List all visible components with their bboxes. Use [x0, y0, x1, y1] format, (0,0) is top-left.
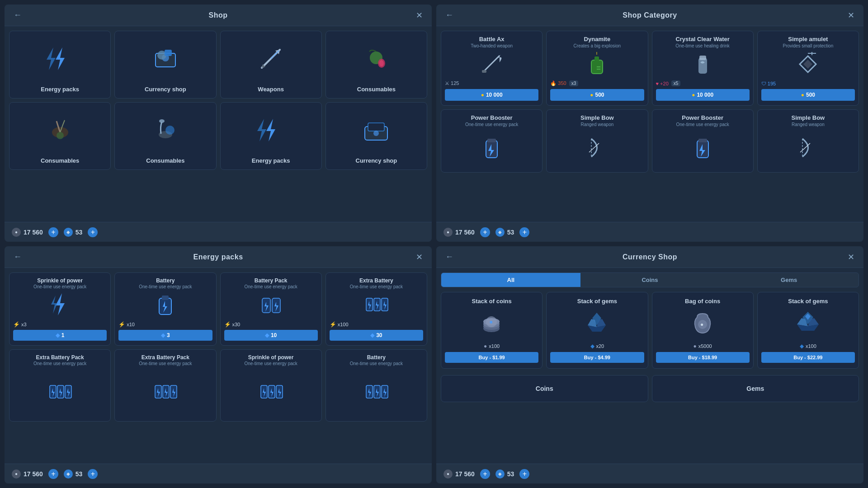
buy-button-1[interactable]: ● 500 [550, 89, 644, 101]
shop-close-button[interactable]: ✕ [412, 9, 426, 22]
energy-packs-close-button[interactable]: ✕ [412, 250, 426, 264]
shop-item-weapons[interactable]: Weapons [220, 31, 322, 99]
shop-item-currency-shop2[interactable]: Currency shop [326, 102, 427, 170]
energy-item-5[interactable]: Extra Battery Pack One-time use energy p… [114, 349, 216, 422]
shop-category-back-button[interactable]: ← [442, 9, 457, 22]
category-item-icon-5 [585, 130, 609, 165]
currency-buy-button-2[interactable]: Buy - $18.99 [656, 352, 750, 363]
category-item-3[interactable]: Simple amulet Provides small protection … [757, 31, 859, 106]
buy-button-2[interactable]: ● 10 000 [656, 89, 750, 101]
energy-packs-header: ← Energy packs ✕ [5, 246, 432, 268]
tab-all[interactable]: All [441, 273, 580, 287]
category-item-0[interactable]: Battle Ax Two-handed weapon ⚔ 125 ● 10 0… [441, 31, 542, 106]
energy-item-1[interactable]: Battery One-time use energy pack ⚡ x10 ◆… [114, 272, 216, 346]
svg-rect-32 [699, 56, 706, 60]
category-item-title-4: Power Booster [471, 114, 513, 121]
svg-rect-24 [482, 70, 486, 73]
currency-item-1[interactable]: Stack of gems ◆ x20 Buy - $4.99 [546, 292, 648, 369]
currency-item-3[interactable]: Stack of gems ◆ x100 Buy - $22.99 [757, 292, 859, 369]
svg-marker-47 [56, 293, 65, 315]
stat-row-3: 🛡 195 [761, 81, 855, 86]
category-item-sub-3: Provides small protection [783, 43, 834, 48]
add-coins-button[interactable]: + [48, 227, 58, 237]
shop-item-consumables3[interactable]: Consumables [114, 102, 216, 170]
energy-packs-panel: ← Energy packs ✕ Sprinkle of power One-t… [5, 246, 432, 483]
buy-button-0[interactable]: ● 10 000 [445, 89, 538, 101]
category-item-6[interactable]: Power Booster One-time use energy pack [652, 109, 754, 173]
bottom-category-gems[interactable]: Gems [652, 375, 859, 402]
shop-back-button[interactable]: ← [10, 9, 25, 22]
shop-category-close-button[interactable]: ✕ [844, 9, 858, 22]
energy-buy-button-0[interactable]: ◆ 1 [13, 330, 107, 341]
energy-packs-footer: ● 17 560 + ◆ 53 + [5, 464, 432, 483]
add-gems-button[interactable]: + [88, 227, 98, 237]
category-item-5[interactable]: Simple Bow Ranged weapon [546, 109, 648, 173]
category-item-7[interactable]: Simple Bow Ranged weapon [757, 109, 859, 173]
shop-item-consumables2[interactable]: Consumables [9, 102, 111, 170]
energy-item-6[interactable]: Sprinkle of power One-time use energy pa… [220, 349, 322, 422]
currency-item-2[interactable]: Bag of coins ● ● x5000 Buy - $18.99 [652, 292, 754, 369]
category-item-2[interactable]: Crystal Clear Water One-time use healing… [652, 31, 754, 106]
energy-item-icon-0 [47, 292, 72, 317]
shop-item-currency-shop[interactable]: Currency shop [114, 31, 216, 99]
currency-buy-button-1[interactable]: Buy - $4.99 [550, 352, 644, 363]
category-item-sub-6: One-time use energy pack [676, 122, 729, 127]
currency-buy-button-0[interactable]: Buy - $1.99 [445, 352, 538, 363]
energy-item-icon-6 [259, 369, 283, 414]
shop-item-energy-packs[interactable]: Energy packs [9, 31, 111, 99]
category-item-icon-2 [690, 51, 715, 76]
energy-buy-button-3[interactable]: ◆ 30 [330, 330, 423, 341]
energy-item-0[interactable]: Sprinkle of power One-time use energy pa… [9, 272, 111, 346]
energy-buy-button-2[interactable]: ◆ 10 [224, 330, 318, 341]
currency-item-icon-0: ● [477, 308, 506, 338]
tab-coins[interactable]: Coins [580, 273, 720, 287]
cat-add-coins-button[interactable]: + [480, 227, 490, 237]
category-item-title-6: Power Booster [682, 114, 723, 121]
energy-packs-back-button[interactable]: ← [10, 250, 25, 263]
energy-item-7[interactable]: Battery One-time use energy pack [326, 349, 427, 422]
energy-item-4[interactable]: Extra Battery Pack One-time use energy p… [9, 349, 111, 422]
coins-value: 17 560 [24, 229, 43, 236]
svg-rect-5 [165, 50, 172, 56]
shop-item-consumables[interactable]: Consumables [326, 31, 427, 99]
shop-item-energy-packs2[interactable]: Energy packs [220, 102, 322, 170]
energy-item-sub-1: One-time use energy pack [139, 284, 192, 289]
currency-shop-back-button[interactable]: ← [442, 250, 457, 263]
energy-item-2[interactable]: Battery Pack One-time use energy pack ⚡ … [220, 272, 322, 346]
cat-coins-display: ● 17 560 [443, 228, 475, 237]
energy-item-3[interactable]: Extra Battery One-time use energy pack ⚡… [326, 272, 427, 346]
ep-add-gems-button[interactable]: + [88, 469, 98, 479]
shop-item-name-currency-shop2: Currency shop [356, 157, 397, 164]
svg-rect-41 [697, 141, 708, 158]
energy-buy-button-1[interactable]: ◆ 3 [118, 330, 212, 341]
currency-buy-button-3[interactable]: Buy - $22.99 [761, 352, 855, 363]
energy-item-icon-7 [364, 369, 389, 414]
category-item-title-0: Battle Ax [479, 36, 505, 42]
tab-gems[interactable]: Gems [719, 273, 859, 287]
cs-add-gems-button[interactable]: + [519, 469, 529, 479]
ep-add-coins-button[interactable]: + [48, 469, 58, 479]
quantity-badge-1: ⚡ x10 [118, 321, 212, 328]
currency-item-0[interactable]: Stack of coins ● ● x100 Buy - $1.99 [441, 292, 542, 369]
bottom-category-coins[interactable]: Coins [441, 375, 648, 402]
svg-marker-0 [56, 47, 65, 70]
shop-item-name-consumables3: Consumables [146, 157, 184, 164]
buy-button-3[interactable]: ● 500 [761, 89, 855, 101]
cs-add-coins-button[interactable]: + [480, 469, 490, 479]
currency-shop-close-button[interactable]: ✕ [844, 250, 858, 264]
cs-gems-display: ◆ 53 [495, 469, 514, 479]
cat-add-gems-button[interactable]: + [519, 227, 529, 237]
category-item-4[interactable]: Power Booster One-time use energy pack [441, 109, 542, 173]
svg-rect-31 [698, 58, 707, 74]
currency-shop-footer: ● 17 560 + ◆ 53 + [436, 464, 863, 483]
coin-icon: ● [12, 228, 21, 237]
energy-item-icon-3 [364, 292, 389, 317]
svg-marker-48 [51, 296, 57, 314]
currency-item-qty-0: ● x100 [484, 343, 500, 349]
currency-item-title-3: Stack of gems [788, 298, 828, 305]
energy-item-title-6: Sprinkle of power [248, 354, 294, 361]
category-item-1[interactable]: Dynamite Creates a big explosion 🔥 350 x… [546, 31, 648, 106]
shop-item-icon-energy-packs [47, 37, 74, 80]
ep-coins-value: 17 560 [24, 470, 43, 478]
shop-item-name-weapons: Weapons [258, 86, 284, 93]
